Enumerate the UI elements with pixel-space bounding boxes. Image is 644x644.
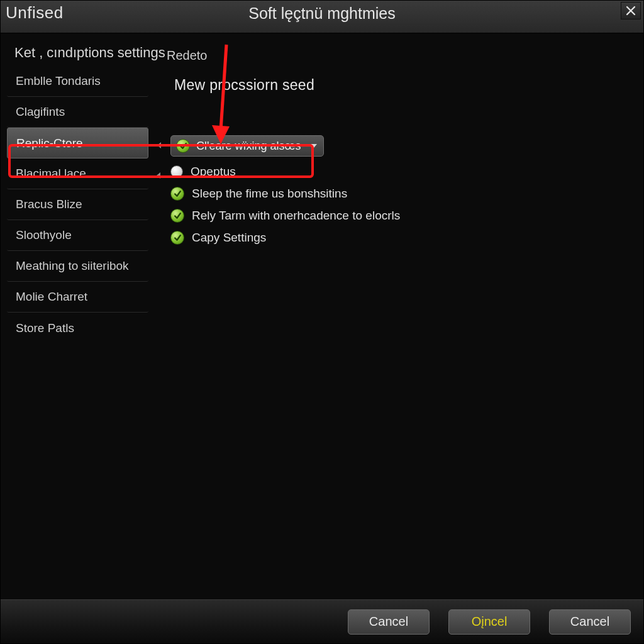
button-label: Oįncel: [472, 614, 508, 629]
ok-button[interactable]: Oįncel: [448, 609, 530, 635]
radio-icon: [170, 165, 183, 178]
sidebar-item-label: Store Patls: [16, 321, 74, 335]
check-icon: [170, 231, 184, 245]
option-dropdown-row: Cl'eare wïxing alsœs: [170, 135, 631, 157]
dropdown-label: Cl'eare wïxing alsœs: [196, 140, 301, 153]
button-label: Cancel: [570, 614, 609, 629]
sidebar: Emblle Tondaris Clagifints Replic-Ctore …: [7, 66, 148, 343]
check-icon: [170, 187, 184, 201]
sidebar-item-1[interactable]: Clagifints: [7, 97, 148, 128]
sidebar-item-label: Molie Charret: [16, 290, 87, 304]
button-label: Cancel: [369, 614, 408, 629]
sidebar-item-6[interactable]: Meathing to siiteribok: [7, 251, 148, 282]
sidebar-item-label: Sloothyole: [16, 228, 72, 242]
settings-dialog: Unfised Soft lęçtnü mghtmies Ket , cındı…: [0, 0, 644, 644]
sidebar-item-label: Clagifints: [16, 105, 65, 119]
dialog-footer: Cancel Oįncel Cancel: [1, 599, 643, 643]
cancel-button-2[interactable]: Cancel: [549, 609, 631, 635]
sidebar-item-5[interactable]: Sloothyole: [7, 220, 148, 251]
sidebar-item-3[interactable]: Blacimal lace: [7, 158, 148, 189]
mode-dropdown[interactable]: Cl'eare wïxing alsœs: [170, 135, 324, 157]
sidebar-item-7[interactable]: Molie Charret: [7, 282, 148, 313]
sidebar-item-label: Replic-Ctore: [16, 136, 83, 150]
titlebar-left-label: Unfised: [6, 3, 64, 23]
sub-label-redeto: Redeto: [167, 48, 631, 63]
option-label: Sleep the fime us bonshsitins: [192, 187, 347, 201]
section-heading: Mew procssiorn seed: [174, 77, 631, 94]
option-row-2[interactable]: Rely Tarm with onerhcadence to elocrls: [170, 209, 631, 223]
main-panel: Redeto Mew procssiorn seed Cl'eare wïxin…: [162, 48, 631, 245]
dialog-title: Soft lęçtnü mghtmies: [248, 4, 395, 23]
option-row-1[interactable]: Sleep the fime us bonshsitins: [170, 187, 631, 201]
chevron-left-icon: [157, 142, 161, 148]
chevron-down-icon: [311, 144, 317, 148]
sidebar-item-4[interactable]: Bracus Blize: [7, 189, 148, 220]
cancel-button[interactable]: Cancel: [348, 609, 430, 635]
option-label: Capy Settings: [192, 231, 266, 245]
option-row-0[interactable]: Opeptus: [170, 165, 631, 179]
titlebar: Unfised Soft lęçtnü mghtmies: [1, 1, 643, 33]
check-icon: [170, 209, 184, 223]
sidebar-item-8[interactable]: Store Patls: [7, 313, 148, 343]
sidebar-item-label: Emblle Tondaris: [16, 74, 101, 88]
option-label: Rely Tarm with onerhcadence to elocrls: [192, 209, 400, 223]
sidebar-item-label: Bracus Blize: [16, 197, 82, 211]
option-label: Opeptus: [191, 165, 236, 179]
sidebar-item-label: Blacimal lace: [16, 167, 86, 180]
dialog-body: Ket , cındıptions settings Emblle Tondar…: [1, 33, 643, 599]
options-list: Cl'eare wïxing alsœs Opeptus Sleep the f…: [170, 135, 631, 245]
chevron-left-icon: [157, 172, 160, 179]
sidebar-item-label: Meathing to siiteribok: [16, 259, 129, 273]
close-button[interactable]: [621, 2, 641, 19]
close-icon: [626, 6, 636, 16]
option-row-3[interactable]: Capy Settings: [170, 231, 631, 245]
sidebar-item-0[interactable]: Emblle Tondaris: [7, 66, 148, 97]
sidebar-item-2[interactable]: Replic-Ctore: [7, 128, 148, 158]
check-icon: [176, 139, 190, 153]
